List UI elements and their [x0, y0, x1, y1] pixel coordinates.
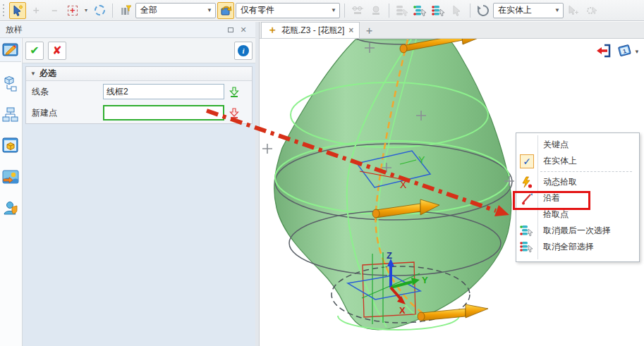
sidebar-item-user[interactable] — [0, 196, 21, 220]
cursor-plus-icon[interactable]: + — [565, 2, 582, 19]
sidebar-item-visual-manager[interactable] — [0, 134, 21, 158]
sidebar-item-edit-panel[interactable] — [0, 38, 21, 62]
required-section-header[interactable]: ▼ 必选 — [26, 67, 252, 81]
tab-close-icon[interactable]: × — [348, 25, 353, 35]
menu-item-unselect-last[interactable]: 取消最后一次选择 — [516, 223, 639, 239]
remove-pick-icon[interactable]: − — [46, 2, 63, 19]
lines-field-label: 线条 — [29, 86, 103, 98]
checked-icon: ✓ — [520, 154, 534, 168]
panel-toolbar: ✔ ✘ i — [23, 38, 255, 63]
collapse-triangle-icon: ▼ — [30, 70, 36, 77]
pick-mode-combo[interactable]: 在实体上 ▼ — [493, 3, 564, 18]
svg-text:▼: ▼ — [634, 49, 638, 55]
sidebar-item-manager-tree[interactable] — [0, 72, 21, 96]
mid-plane-y-label: Y — [418, 154, 425, 166]
cursor-icon[interactable] — [449, 2, 466, 19]
lines-input[interactable] — [103, 84, 224, 99]
cube-tree-icon — [2, 75, 19, 92]
lines-field-row: 线条 — [26, 81, 252, 102]
pick-region-caret-icon[interactable]: ▾ — [83, 2, 90, 19]
panel-title: 放样 — [6, 24, 224, 36]
menu-separator — [516, 169, 639, 174]
gear-cursor-icon[interactable] — [583, 2, 600, 19]
menu-item-unselect-all[interactable]: 取消全部选择 — [516, 239, 639, 255]
triad-z-label: Z — [387, 250, 392, 261]
menu-item-keypoint[interactable]: 关键点 — [516, 137, 639, 153]
lightning-icon — [516, 176, 537, 189]
unselect-all-toolbar-icon[interactable] — [430, 2, 447, 19]
triad-x-label: X — [399, 305, 406, 316]
panel-titlebar: 放样 ✕ — [0, 22, 255, 38]
exit-sketch-icon[interactable] — [596, 43, 612, 61]
scope-combo[interactable]: 仅有零件 ▼ — [236, 3, 340, 18]
menu-icon-separator — [537, 135, 538, 259]
user-icon — [2, 200, 19, 216]
sidebar-item-history[interactable] — [0, 103, 21, 127]
svg-text:+: + — [575, 9, 578, 16]
part-scope-icon[interactable] — [217, 2, 234, 19]
lines-dropdown-icon[interactable] — [224, 86, 244, 97]
viewport-corner-tools: 1▼ — [596, 43, 638, 61]
hierarchy-icon — [2, 107, 19, 123]
active-document-tab[interactable]: ＋ 花瓶.Z3 - [花瓶2] × — [261, 22, 360, 38]
add-pick-icon[interactable]: ＋ — [28, 2, 44, 19]
document-tabbar: ＋ 花瓶.Z3 - [花瓶2] × ＋ — [260, 22, 644, 39]
menu-item-dynamic-pick[interactable]: 动态拾取 — [516, 174, 639, 190]
toolbar-grip[interactable] — [3, 4, 6, 17]
loft-panel: ✔ ✘ i ▼ 必选 线条 新建点 — [23, 38, 255, 346]
cancel-button[interactable]: ✘ — [48, 42, 66, 60]
unselect-all-icon — [516, 241, 537, 253]
ok-button[interactable]: ✔ — [25, 42, 44, 60]
new-tab-button[interactable]: ＋ — [360, 24, 378, 38]
newpoint-field-row: 新建点 — [26, 102, 252, 123]
pick-list-icon[interactable] — [394, 2, 411, 19]
unselect-last-toolbar-icon[interactable] — [412, 2, 429, 19]
handle-move-icon[interactable] — [349, 2, 366, 19]
panel-float-icon[interactable] — [224, 24, 237, 35]
menu-item-pick-point[interactable]: 拾取点 — [516, 206, 639, 223]
zw3d-window: ＋ − ▾ 全部 ▼ 仅有零件 ▼ — [0, 0, 644, 346]
newpoint-input[interactable] — [103, 105, 224, 121]
pick-context-menu: 关键点 ✓ 在实体上 动态拾取 沿着 拾取点 取消最后一次选择 — [516, 132, 640, 262]
newpoint-dropdown-icon[interactable] — [224, 107, 244, 118]
pick-region-icon[interactable] — [64, 2, 81, 19]
pick-mode-value: 在实体上 — [498, 4, 552, 16]
scope-value: 仅有零件 — [241, 4, 328, 16]
triad-y-label: Y — [422, 275, 428, 285]
required-section-label: 必选 — [40, 68, 56, 80]
entity-filter-value: 全部 — [140, 4, 204, 16]
reorient-icon[interactable] — [475, 2, 492, 19]
column-filter-icon[interactable] — [117, 2, 134, 19]
top-toolbar: ＋ − ▾ 全部 ▼ 仅有零件 ▼ — [0, 0, 644, 21]
pen-icon — [516, 192, 537, 205]
view-orientation-icon[interactable]: 1▼ — [617, 43, 638, 61]
menu-item-along[interactable]: 沿着 — [516, 190, 639, 206]
image-icon — [2, 169, 19, 185]
cube-window-icon — [2, 137, 19, 154]
edit-panel-icon — [2, 42, 19, 58]
info-button[interactable]: i — [234, 42, 253, 60]
lasso-pick-icon[interactable] — [91, 2, 108, 19]
combo-caret-icon: ▼ — [552, 7, 563, 13]
smart-pick-cursor-icon[interactable] — [9, 2, 26, 19]
document-tab-title: 花瓶.Z3 - [花瓶2] — [281, 25, 344, 37]
sidebar-item-render[interactable] — [0, 165, 21, 189]
required-section: ▼ 必选 线条 新建点 — [25, 66, 253, 124]
unselect-last-icon — [516, 225, 537, 237]
entity-filter-combo[interactable]: 全部 ▼ — [135, 3, 216, 18]
combo-caret-icon: ▼ — [328, 7, 339, 13]
handle-snap-icon[interactable] — [367, 2, 384, 19]
combo-caret-icon: ▼ — [204, 7, 215, 13]
mid-plane-x-label: X — [400, 179, 407, 190]
info-icon: i — [238, 45, 249, 56]
newpoint-field-label: 新建点 — [29, 107, 103, 119]
document-icon: ＋ — [267, 24, 277, 37]
panel-close-icon[interactable]: ✕ — [237, 24, 250, 35]
left-sidebar — [0, 38, 23, 346]
menu-item-on-entity[interactable]: ✓ 在实体上 — [516, 153, 639, 169]
